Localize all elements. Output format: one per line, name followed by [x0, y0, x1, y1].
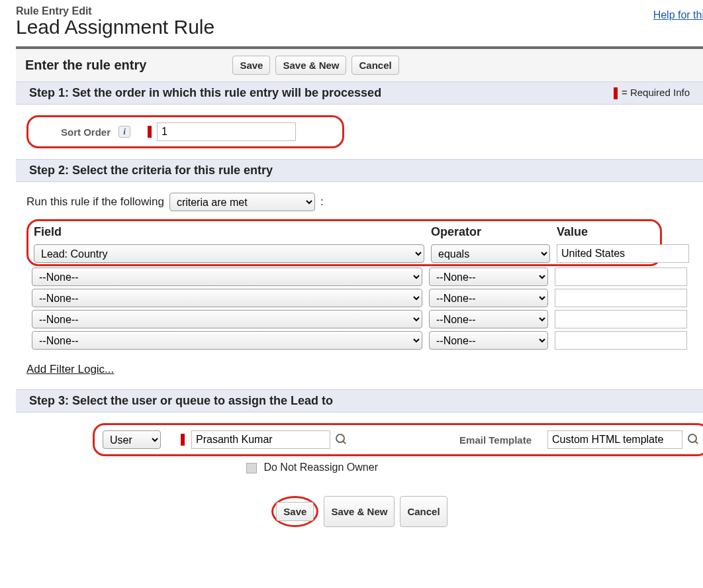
panel-title: Enter the rule entry — [25, 58, 146, 73]
title-block: Rule Entry Edit Lead Assignment Rule — [16, 5, 214, 38]
criteria-field-select[interactable]: Lead: Country — [34, 244, 424, 263]
help-link[interactable]: Help for thi — [653, 9, 703, 21]
criteria-header-row: Field Operator Value — [28, 221, 660, 243]
criteria-table-rest: --None-- --None-- --None-- --None-- --No… — [26, 266, 662, 351]
col-header-operator: Operator — [431, 225, 550, 239]
criteria-value-input[interactable] — [555, 310, 687, 328]
criteria-operator-select[interactable]: --None-- — [429, 289, 548, 307]
criteria-field-select[interactable]: --None-- — [32, 331, 422, 350]
criteria-field-select[interactable]: --None-- — [32, 310, 422, 328]
page-header: Rule Entry Edit Lead Assignment Rule Hel… — [16, 5, 703, 38]
info-icon[interactable]: i — [118, 126, 130, 138]
criteria-field-select[interactable]: --None-- — [32, 289, 422, 307]
col-header-field: Field — [34, 225, 424, 239]
step1-header-text: Step 1: Set the order in which this rule… — [29, 86, 381, 100]
step3-body: User Email Template Do Not Reassign Owne… — [16, 413, 703, 548]
col-header-value: Value — [557, 225, 655, 239]
criteria-row: --None-- --None-- — [26, 309, 662, 330]
save-button[interactable]: Save — [276, 502, 314, 521]
save-button[interactable]: Save — [232, 56, 270, 75]
criteria-field-select[interactable]: --None-- — [32, 268, 422, 286]
criteria-operator-select[interactable]: --None-- — [429, 331, 548, 350]
footer-button-row: Save Save & New Cancel — [26, 473, 692, 538]
criteria-value-input[interactable] — [557, 244, 689, 263]
criteria-operator-select[interactable]: --None-- — [429, 268, 548, 286]
step3-row: User Email Template — [103, 430, 700, 449]
cancel-button[interactable]: Cancel — [352, 56, 398, 75]
main-panel: Enter the rule entry Save Save & New Can… — [16, 46, 703, 548]
required-indicator-icon — [148, 126, 152, 138]
cancel-button[interactable]: Cancel — [400, 496, 447, 527]
lookup-icon[interactable] — [688, 434, 700, 446]
do-not-reassign-row: Do Not Reassign Owner — [93, 456, 692, 473]
step3-header: Step 3: Select the user or queue to assi… — [16, 389, 703, 413]
criteria-value-input[interactable] — [555, 331, 687, 350]
page-title: Lead Assignment Rule — [16, 16, 214, 38]
required-legend-text: = Required Info — [622, 87, 690, 98]
add-filter-logic-link[interactable]: Add Filter Logic... — [26, 363, 114, 375]
sort-order-input[interactable] — [157, 122, 296, 141]
page-root: Rule Entry Edit Lead Assignment Rule Hel… — [0, 0, 703, 548]
step3-header-text: Step 3: Select the user or queue to assi… — [29, 394, 333, 408]
email-template-input[interactable] — [547, 430, 682, 449]
required-indicator-icon — [614, 87, 618, 99]
panel-header-row: Enter the rule entry Save Save & New Can… — [16, 49, 703, 81]
step2-body: Run this rule if the following criteria … — [16, 182, 703, 389]
criteria-operator-select[interactable]: equals — [431, 244, 550, 263]
step3-annotation: User Email Template — [93, 423, 703, 456]
assignee-type-select[interactable]: User — [103, 430, 161, 449]
criteria-colon: : — [320, 195, 324, 209]
criteria-condition-select[interactable]: criteria are met — [169, 193, 315, 211]
step1-body: Sort Order i — [16, 105, 703, 159]
assignee-name-input[interactable] — [191, 430, 330, 449]
criteria-row: --None-- --None-- — [26, 330, 662, 351]
criteria-row: --None-- --None-- — [26, 287, 662, 309]
lookup-icon[interactable] — [336, 434, 348, 446]
do-not-reassign-checkbox[interactable] — [246, 463, 257, 473]
criteria-row: --None-- --None-- — [26, 266, 662, 287]
sort-order-label: Sort Order — [42, 126, 115, 138]
criteria-row: Lead: Country equals — [28, 243, 660, 264]
add-filter-logic-row: Add Filter Logic... — [26, 351, 692, 379]
top-button-row: Save Save & New Cancel — [232, 56, 398, 75]
criteria-table: Field Operator Value Lead: Country equal… — [28, 221, 660, 264]
step2-header-text: Step 2: Select the criteria for this rul… — [29, 164, 273, 177]
step1-header: Step 1: Set the order in which this rule… — [16, 81, 703, 105]
criteria-operator-select[interactable]: --None-- — [429, 310, 548, 328]
criteria-intro: Run this rule if the following criteria … — [26, 193, 692, 219]
do-not-reassign-label: Do Not Reassign Owner — [263, 462, 378, 473]
save-button-annotation: Save — [271, 496, 318, 527]
save-new-button[interactable]: Save & New — [324, 496, 395, 527]
step1-annotation: Sort Order i — [26, 115, 344, 148]
criteria-intro-text: Run this rule if the following — [26, 195, 164, 209]
required-indicator-icon — [181, 434, 185, 446]
criteria-value-input[interactable] — [555, 289, 687, 307]
criteria-annotation: Field Operator Value Lead: Country equal… — [26, 219, 662, 266]
step2-header: Step 2: Select the criteria for this rul… — [16, 159, 703, 182]
criteria-value-input[interactable] — [555, 268, 687, 286]
email-template-label: Email Template — [459, 434, 536, 446]
save-new-button[interactable]: Save & New — [275, 56, 346, 75]
required-legend: = Required Info — [614, 87, 690, 99]
